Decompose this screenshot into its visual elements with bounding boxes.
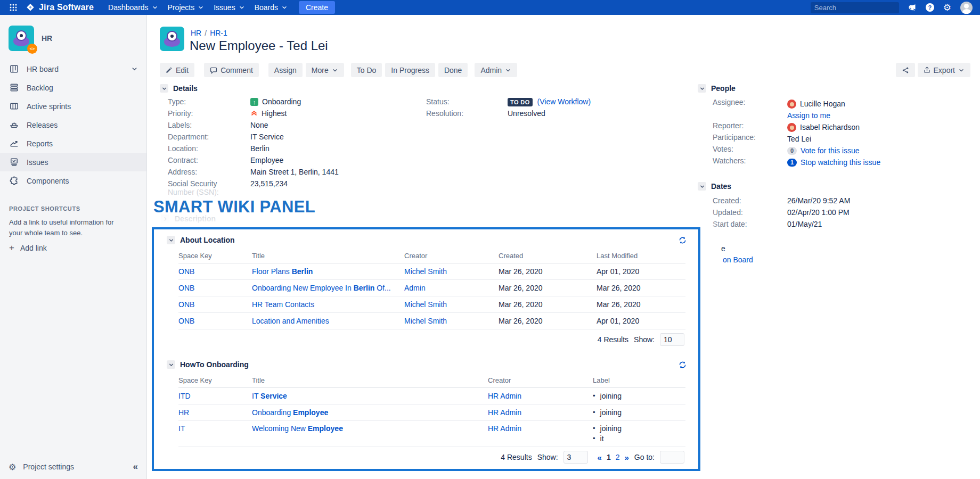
chevron-down-icon[interactable] bbox=[131, 65, 138, 72]
chevron-down-icon[interactable] bbox=[698, 84, 706, 93]
app-switcher-icon[interactable] bbox=[7, 2, 19, 13]
project-avatar[interactable]: <> bbox=[9, 26, 34, 51]
first-page-icon[interactable]: « bbox=[598, 453, 602, 462]
chevron-down-icon[interactable] bbox=[167, 236, 175, 244]
last-page-icon[interactable]: » bbox=[625, 453, 629, 462]
show-label: Show: bbox=[634, 335, 655, 344]
project-sidebar: <> HR HR board Backlog Active sprints Re… bbox=[0, 15, 147, 479]
show-count-input[interactable] bbox=[660, 333, 684, 346]
jira-logo-icon bbox=[26, 3, 35, 12]
results-count: 4 Results bbox=[501, 453, 532, 461]
howto-onboarding-table: Space Key Title Creator Label ITD IT Ser… bbox=[178, 373, 685, 447]
sidebar-item-releases[interactable]: Releases bbox=[0, 115, 146, 134]
cell-created: Mar 26, 2020 bbox=[499, 284, 597, 292]
nav-menu-boards[interactable]: Boards bbox=[250, 0, 292, 15]
show-count-input[interactable] bbox=[564, 451, 588, 464]
stop-watching-link[interactable]: Stop watching this issue bbox=[801, 158, 880, 167]
help-icon[interactable]: ? bbox=[926, 3, 934, 12]
cell-creator[interactable]: Admin bbox=[404, 284, 499, 292]
dates-section-header: Dates bbox=[698, 182, 731, 191]
admin-button[interactable]: Admin bbox=[475, 63, 517, 77]
dates-heading: Dates bbox=[711, 182, 731, 191]
refresh-icon[interactable] bbox=[679, 361, 687, 369]
chevron-down-icon[interactable] bbox=[167, 360, 175, 369]
sidebar-item-active-sprints[interactable]: Active sprints bbox=[0, 97, 146, 115]
field-value-status: TO DO (View Workflow) bbox=[508, 97, 591, 109]
create-button[interactable]: Create bbox=[299, 1, 335, 14]
col-title: Title bbox=[252, 376, 488, 384]
page-2[interactable]: 2 bbox=[616, 453, 620, 461]
cell-space-key[interactable]: IT bbox=[178, 424, 252, 433]
chevron-down-icon[interactable] bbox=[698, 182, 706, 191]
announcements-icon[interactable] bbox=[908, 3, 917, 12]
vote-link[interactable]: Vote for this issue bbox=[801, 146, 860, 155]
sidebar-item-components[interactable]: Components bbox=[0, 171, 146, 190]
share-button[interactable] bbox=[896, 63, 915, 77]
add-link-button[interactable]: + Add link bbox=[9, 243, 47, 253]
cell-title[interactable]: Location and Amenities bbox=[252, 317, 404, 325]
nav-menu-projects[interactable]: Projects bbox=[163, 0, 209, 15]
comment-button[interactable]: Comment bbox=[204, 63, 259, 77]
cell-title[interactable]: Welcoming New Employee bbox=[252, 424, 488, 433]
cell-space-key[interactable]: ONB bbox=[178, 267, 252, 276]
sidebar-item-label: Backlog bbox=[27, 84, 53, 92]
sidebar-item-reports[interactable]: Reports bbox=[0, 134, 146, 153]
project-settings-button[interactable]: Project settings bbox=[23, 463, 74, 471]
cell-creator[interactable]: Michel Smith bbox=[404, 300, 499, 309]
chevron-down-icon[interactable] bbox=[160, 84, 168, 93]
cell-space-key[interactable]: ONB bbox=[178, 284, 252, 292]
smart-wiki-panel-annotation: SMART WIKI PANEL bbox=[153, 197, 315, 217]
cell-title[interactable]: Onboarding New Employee In Berlin Of... bbox=[252, 284, 404, 292]
field-value-created: 26/Mar/20 9:52 AM bbox=[787, 196, 850, 208]
code-badge-icon: <> bbox=[27, 44, 37, 54]
export-button[interactable]: Export bbox=[918, 63, 970, 77]
sidebar-item-hr-board[interactable]: HR board bbox=[0, 60, 146, 78]
cell-creator[interactable]: Michel Smith bbox=[404, 267, 499, 276]
cell-space-key[interactable]: ONB bbox=[178, 300, 252, 309]
cell-title[interactable]: Onboarding Employee bbox=[252, 408, 488, 417]
page-1[interactable]: 1 bbox=[607, 453, 611, 461]
view-on-board-link-partial[interactable]: on Board bbox=[723, 255, 753, 264]
jira-brand[interactable]: Jira Software bbox=[26, 3, 94, 12]
add-link-label: Add link bbox=[20, 244, 47, 252]
field-value-resolution: Unresolved bbox=[508, 109, 591, 121]
sidebar-item-backlog[interactable]: Backlog bbox=[0, 78, 146, 97]
cell-created: Mar 26, 2020 bbox=[499, 300, 597, 309]
field-label-assignee: Assignee: bbox=[713, 98, 787, 110]
done-transition-button[interactable]: Done bbox=[438, 63, 468, 77]
sidebar-item-label: HR board bbox=[27, 65, 59, 73]
assign-to-me-link[interactable]: Assign to me bbox=[787, 111, 830, 120]
cell-space-key[interactable]: HR bbox=[178, 408, 252, 417]
nav-menu-label: Dashboards bbox=[108, 3, 149, 12]
nav-menu-issues[interactable]: Issues bbox=[209, 0, 249, 15]
sidebar-item-issues[interactable]: Issues bbox=[0, 153, 146, 171]
user-avatar[interactable] bbox=[960, 2, 973, 14]
cell-creator[interactable]: HR Admin bbox=[488, 424, 593, 433]
howto-onboarding-footer: 4 Results Show: « 1 2 » Go to: bbox=[167, 447, 687, 467]
cell-title[interactable]: IT Service bbox=[252, 392, 488, 400]
nav-menu-dashboards[interactable]: Dashboards bbox=[103, 0, 163, 15]
edit-button[interactable]: Edit bbox=[160, 63, 194, 77]
cell-creator[interactable]: HR Admin bbox=[488, 392, 593, 400]
refresh-icon[interactable] bbox=[679, 236, 687, 244]
cell-title[interactable]: HR Team Contacts bbox=[252, 300, 404, 309]
cell-title[interactable]: Floor Plans Berlin bbox=[252, 267, 404, 276]
collapse-sidebar-icon[interactable]: « bbox=[133, 461, 138, 472]
goto-page-input[interactable] bbox=[660, 451, 684, 464]
view-workflow-link[interactable]: (View Workflow) bbox=[537, 97, 591, 106]
global-search[interactable] bbox=[811, 2, 899, 13]
cell-creator[interactable]: HR Admin bbox=[488, 408, 593, 417]
breadcrumb-issue-link[interactable]: HR-1 bbox=[210, 29, 227, 37]
search-input[interactable] bbox=[814, 4, 908, 12]
assign-button[interactable]: Assign bbox=[268, 63, 303, 77]
todo-transition-button[interactable]: To Do bbox=[351, 63, 382, 77]
more-button[interactable]: More bbox=[306, 63, 344, 77]
cell-space-key[interactable]: ITD bbox=[178, 392, 252, 400]
settings-gear-icon[interactable]: ⚙ bbox=[943, 3, 951, 12]
sidebar-item-label: Issues bbox=[27, 158, 48, 167]
field-label-priority: Priority: bbox=[168, 109, 250, 121]
in-progress-transition-button[interactable]: In Progress bbox=[385, 63, 435, 77]
cell-space-key[interactable]: ONB bbox=[178, 317, 252, 325]
cell-creator[interactable]: Michel Smith bbox=[404, 317, 499, 325]
breadcrumb-project-link[interactable]: HR bbox=[191, 29, 201, 37]
